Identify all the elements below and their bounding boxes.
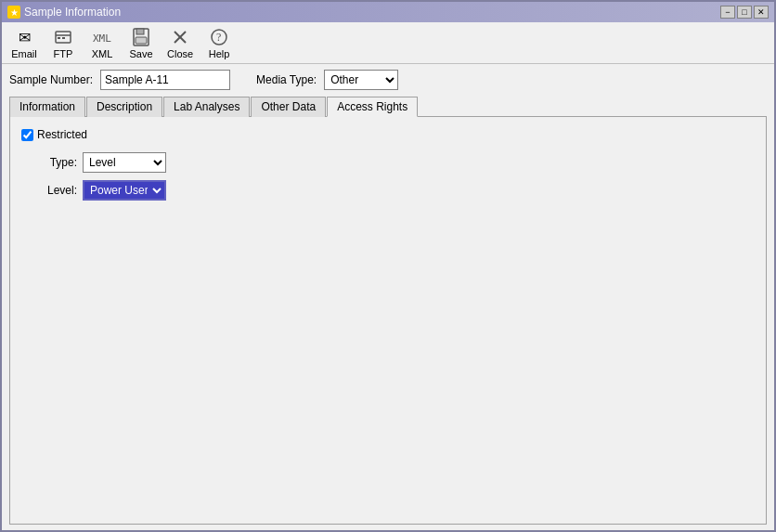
- close-toolbar-icon: [169, 26, 191, 48]
- level-row: Level: Power User Admin Guest Standard: [40, 180, 755, 201]
- type-label: Type:: [40, 156, 77, 169]
- svg-rect-3: [62, 37, 65, 39]
- email-label: Email: [11, 48, 37, 59]
- tab-other-data[interactable]: Other Data: [251, 97, 326, 117]
- level-label: Level:: [40, 184, 77, 197]
- window-body: Sample Number: Media Type: Other Type A …: [2, 64, 774, 530]
- xml-button[interactable]: XML XML: [84, 24, 121, 61]
- svg-rect-6: [136, 29, 144, 34]
- access-form: Type: Level User Group Level: Power User: [40, 152, 755, 201]
- svg-rect-7: [136, 37, 147, 44]
- sample-media-row: Sample Number: Media Type: Other Type A …: [9, 70, 767, 90]
- window-title: Sample Information: [24, 6, 121, 19]
- content-area: Sample Number: Media Type: Other Type A …: [2, 64, 774, 530]
- xml-icon: XML: [91, 26, 113, 48]
- title-bar-left: ★ Sample Information: [7, 6, 121, 19]
- window-icon: ★: [7, 6, 20, 19]
- title-bar: ★ Sample Information − □ ✕: [2, 2, 774, 22]
- svg-text:?: ?: [216, 31, 221, 44]
- level-select[interactable]: Power User Admin Guest Standard: [83, 180, 166, 201]
- close-button[interactable]: ✕: [754, 6, 769, 19]
- media-type-label: Media Type:: [256, 73, 317, 86]
- title-bar-buttons: − □ ✕: [720, 6, 769, 19]
- tabs-container: Information Description Lab Analyses Oth…: [9, 96, 767, 525]
- svg-rect-2: [58, 37, 60, 39]
- save-icon: [130, 26, 152, 48]
- restore-button[interactable]: □: [737, 6, 752, 19]
- sample-number-input[interactable]: [100, 70, 230, 90]
- tab-information[interactable]: Information: [9, 97, 85, 117]
- restricted-row: Restricted: [21, 128, 755, 141]
- help-label: Help: [209, 48, 230, 59]
- email-button[interactable]: ✉ Email: [6, 24, 43, 61]
- sample-number-label: Sample Number:: [9, 73, 93, 86]
- type-select[interactable]: Level User Group: [83, 152, 166, 173]
- help-button[interactable]: ? Help: [200, 24, 238, 61]
- email-icon: ✉: [13, 26, 35, 48]
- ftp-icon: [52, 26, 74, 48]
- tab-content-access-rights: Restricted Type: Level User Group: [9, 117, 767, 525]
- type-row: Type: Level User Group: [40, 152, 755, 173]
- xml-label: XML: [92, 48, 113, 59]
- ftp-button[interactable]: FTP: [45, 24, 82, 61]
- restricted-label: Restricted: [37, 128, 87, 141]
- svg-text:XML: XML: [93, 32, 111, 45]
- tabs-header: Information Description Lab Analyses Oth…: [9, 96, 767, 117]
- help-icon: ?: [208, 26, 230, 48]
- save-button[interactable]: Save: [123, 24, 160, 61]
- tab-lab-analyses[interactable]: Lab Analyses: [163, 97, 250, 117]
- media-type-select[interactable]: Other Type A Type B: [324, 70, 398, 90]
- ftp-label: FTP: [54, 48, 73, 59]
- restricted-checkbox[interactable]: [21, 129, 33, 141]
- save-label: Save: [129, 48, 152, 59]
- main-window: ★ Sample Information − □ ✕ ✉ Email FTP: [0, 0, 776, 532]
- tab-access-rights[interactable]: Access Rights: [327, 97, 418, 117]
- toolbar: ✉ Email FTP XML XML: [2, 22, 774, 64]
- close-toolbar-button[interactable]: Close: [162, 24, 199, 61]
- minimize-button[interactable]: −: [720, 6, 735, 19]
- close-toolbar-label: Close: [167, 48, 193, 59]
- tab-description[interactable]: Description: [86, 97, 162, 117]
